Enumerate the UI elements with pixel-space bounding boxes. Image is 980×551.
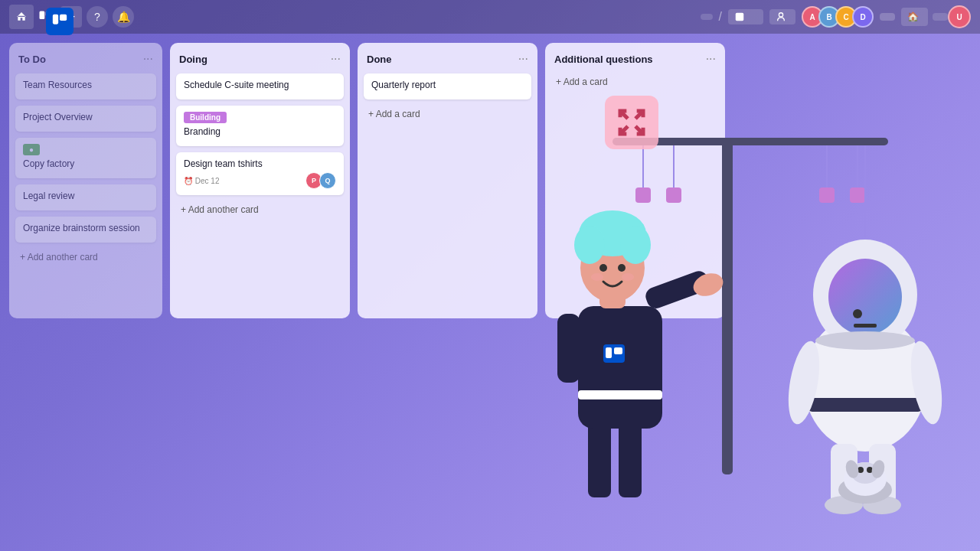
col-doing-title: Doing xyxy=(179,54,207,65)
card-title: Organize brainstorm session xyxy=(23,223,149,233)
add-card-additional[interactable]: + Add a card xyxy=(551,73,719,90)
column-done: Done ··· Quarterly report + Add a card xyxy=(358,43,537,318)
card-design-tshirts[interactable]: Design team tshirts ⏰ Dec 12 P Q xyxy=(176,152,344,195)
label-green: ● xyxy=(23,144,40,155)
card-title: Legal review xyxy=(23,191,149,201)
svg-rect-35 xyxy=(614,347,622,354)
svg-point-48 xyxy=(622,273,634,281)
col-done-title: Done xyxy=(367,54,392,65)
home-button[interactable] xyxy=(9,5,34,29)
butler-icon: 🏠 xyxy=(907,11,919,22)
card-title: Project Overview xyxy=(23,112,149,122)
col-todo-header: To Do ··· xyxy=(15,51,156,67)
card-schedule-meeting[interactable]: Schedule C-suite meeting xyxy=(176,73,344,99)
svg-point-44 xyxy=(620,226,651,264)
board-title[interactable] xyxy=(701,14,713,20)
svg-rect-31 xyxy=(619,421,642,497)
col-additional-header: Additional questions ··· xyxy=(551,51,719,67)
card-title: Design team tshirts xyxy=(184,158,336,169)
join-board-button[interactable] xyxy=(880,13,895,21)
column-todo: To Do ··· Team Resources Project Overvie… xyxy=(9,43,162,318)
svg-rect-37 xyxy=(557,314,580,383)
svg-rect-30 xyxy=(588,421,611,497)
expand-icon[interactable] xyxy=(605,96,658,149)
svg-rect-13 xyxy=(666,187,681,203)
svg-point-20 xyxy=(815,331,915,350)
svg-point-43 xyxy=(574,226,605,264)
team-visible-chip[interactable] xyxy=(769,9,795,24)
card-title: Copy factory xyxy=(23,158,149,169)
svg-rect-17 xyxy=(808,398,923,412)
col-doing-menu[interactable]: ··· xyxy=(331,52,341,66)
card-branding[interactable]: Building Branding xyxy=(176,106,344,146)
topbar-right: 🏠 U xyxy=(901,5,971,28)
member-avatars: A B C D xyxy=(802,6,874,28)
breadcrumb-divider: / xyxy=(719,10,722,24)
card-title: Branding xyxy=(184,126,336,137)
card-legal-review[interactable]: Legal review xyxy=(15,184,156,210)
svg-point-45 xyxy=(599,264,607,272)
card-title: Team Resources xyxy=(23,80,149,90)
svg-rect-12 xyxy=(635,187,651,203)
card-project-overview[interactable]: Project Overview xyxy=(15,106,156,132)
card-brainstorm[interactable]: Organize brainstorm session xyxy=(15,217,156,243)
col-todo-menu[interactable]: ··· xyxy=(143,52,153,66)
svg-point-21 xyxy=(853,309,862,318)
col-done-menu[interactable]: ··· xyxy=(518,52,528,66)
svg-rect-5 xyxy=(60,15,67,21)
card-title: Quarterly report xyxy=(371,80,524,90)
notification-button[interactable]: 🔔 xyxy=(113,6,134,28)
expand-icon-wrapper xyxy=(605,96,658,149)
company-chip[interactable] xyxy=(728,9,763,24)
info-button[interactable]: ? xyxy=(87,6,108,28)
card-team-resources[interactable]: Team Resources xyxy=(15,73,156,99)
svg-point-47 xyxy=(591,273,603,281)
svg-rect-4 xyxy=(53,15,58,24)
col-additional-title: Additional questions xyxy=(554,54,653,65)
butler-button[interactable]: 🏠 xyxy=(901,8,928,26)
svg-point-46 xyxy=(618,264,626,272)
svg-rect-0 xyxy=(40,11,45,20)
col-doing-header: Doing ··· xyxy=(176,51,344,67)
svg-rect-32 xyxy=(578,306,662,429)
card-date: ⏰ Dec 12 xyxy=(184,177,219,185)
card-copy-factory[interactable]: ● Copy factory xyxy=(15,138,156,178)
avatar-4[interactable]: D xyxy=(852,6,874,28)
svg-rect-14 xyxy=(819,187,835,203)
svg-rect-15 xyxy=(850,187,865,203)
add-card-done[interactable]: + Add a card xyxy=(364,106,531,122)
card-avatars: P Q xyxy=(305,172,336,189)
add-card-todo[interactable]: + Add another card xyxy=(15,249,156,266)
col-done-header: Done ··· xyxy=(364,51,531,67)
card-quarterly-report[interactable]: Quarterly report xyxy=(364,73,531,99)
svg-rect-2 xyxy=(736,13,744,21)
label-purple: Building xyxy=(184,112,227,123)
topbar-left: + ? 🔔 xyxy=(9,5,694,29)
illustration xyxy=(521,92,980,551)
add-card-doing[interactable]: + Add another card xyxy=(176,201,344,218)
topbar: + ? 🔔 / A B C D 🏠 U xyxy=(0,0,980,34)
show-menu-button[interactable] xyxy=(933,13,948,21)
user-avatar[interactable]: U xyxy=(948,5,971,28)
svg-rect-34 xyxy=(606,347,612,358)
column-doing: Doing ··· Schedule C-suite meeting Build… xyxy=(170,43,350,318)
card-footer: ⏰ Dec 12 P Q xyxy=(184,172,336,189)
svg-rect-22 xyxy=(854,324,877,328)
col-additional-menu[interactable]: ··· xyxy=(706,52,716,66)
card-title: Schedule C-suite meeting xyxy=(184,80,336,90)
svg-rect-6 xyxy=(722,138,733,474)
svg-rect-36 xyxy=(578,390,662,399)
trello-big-logo xyxy=(46,8,80,35)
svg-point-3 xyxy=(779,13,782,17)
col-todo-title: To Do xyxy=(18,54,46,65)
trello-logo-icon xyxy=(46,8,74,35)
card-avatar: Q xyxy=(319,172,336,189)
topbar-center: / A B C D xyxy=(701,6,895,28)
